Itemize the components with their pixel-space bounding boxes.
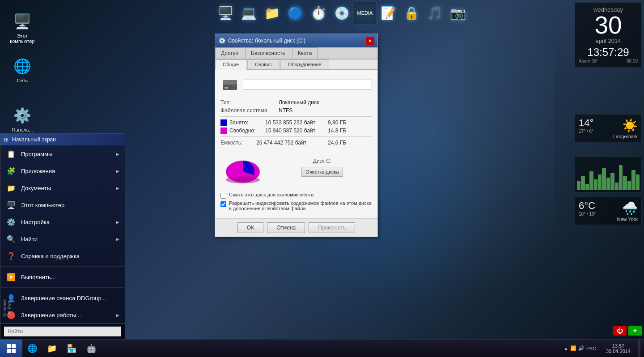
show-desktop-button[interactable] — [638, 340, 640, 357]
top-icon-6[interactable]: 📝 — [377, 2, 399, 24]
compress-row: Сжать этот диск для экономии места — [220, 192, 372, 199]
search-box — [0, 323, 125, 339]
programs-icon: 📋 — [6, 149, 17, 159]
taskbar-app-icon[interactable]: 🤖 — [81, 340, 101, 357]
weather-widget-1[interactable]: 14° 17° / 6° ☀️ Langemark — [575, 114, 642, 142]
clock-alarm: Alarm Off 00:00 — [579, 59, 638, 64]
desktop-icon-my-computer[interactable]: 🖥️ Этот компьютер — [4, 9, 40, 46]
top-icon-3[interactable]: 🔵 — [284, 2, 306, 24]
weather-main-2: 6°C 10° / 10° 🌧️ — [579, 200, 638, 217]
desktop-icon-network[interactable]: 🌐 Сеть — [4, 54, 40, 85]
menu-item-run[interactable]: ▶️ Выполнить... — [0, 268, 125, 285]
start-menu: ⊞ Начальный экран 📋 Программы ▶ 🧩 Прилож… — [0, 133, 125, 339]
menu-item-programs[interactable]: 📋 Программы ▶ — [0, 145, 125, 162]
top-icon-0[interactable]: 🖥️ — [215, 2, 236, 24]
graph-bar-6 — [598, 174, 602, 190]
menu-item-shutdown[interactable]: 🔴 Завершение работы... ▶ — [0, 306, 125, 323]
menu-item-my-computer[interactable]: 🖥️ Этот компьютер — [0, 196, 125, 213]
cancel-button[interactable]: Отмена — [267, 222, 305, 233]
tray-volume-icon[interactable]: 🔊 — [578, 345, 585, 351]
tab-access[interactable]: Доступ — [215, 47, 244, 59]
graph-bar-11 — [619, 165, 623, 190]
start-menu-header-label: Начальный экран — [12, 136, 56, 143]
index-checkbox[interactable] — [220, 201, 226, 207]
svg-rect-1 — [223, 80, 237, 85]
menu-item-help[interactable]: ❓ Справка и поддержка — [0, 247, 125, 264]
top-icon-8[interactable]: 🎵 — [424, 2, 445, 24]
clock-time: 13:57:29 — [579, 46, 638, 59]
disk-name-input[interactable] — [243, 80, 372, 89]
desktop-icon-control-panel[interactable]: ⚙️ Панель... — [4, 103, 40, 134]
compress-label: Сжать этот диск для экономии места — [229, 192, 314, 197]
clock-widget[interactable]: wednesday 30 april 2014 13:57:29 Alarm O… — [575, 2, 642, 68]
ok-button[interactable]: ОК — [237, 222, 263, 233]
taskbar-date: 30.04.2014 — [606, 348, 631, 354]
dialog-close-button[interactable]: ✕ — [366, 37, 374, 45]
dialog-content: Тип: Локальный диск Файловая система: NT… — [215, 70, 377, 218]
weather-widget-2[interactable]: 6°C 10° / 10° 🌧️ New York — [575, 197, 642, 225]
settings-icon: ⚙️ — [6, 217, 17, 227]
top-icon-9[interactable]: 📷 — [447, 2, 469, 24]
capacity-gb: 24,6 ГБ — [328, 140, 355, 146]
help-label: Справка и поддержка — [21, 253, 80, 259]
weather-main-1: 14° 17° / 6° ☀️ — [579, 117, 638, 134]
search-input[interactable] — [4, 327, 121, 336]
separator-2 — [220, 136, 372, 137]
top-icon-media[interactable]: MEDIA — [354, 2, 376, 24]
weather-icon-1: 14° 17° / 6° — [579, 117, 593, 134]
tray-arrow[interactable]: ▲ — [564, 346, 568, 351]
cleanup-disk-button[interactable]: Очистка диска — [301, 167, 343, 177]
capacity-row: Емкость: 26 474 442 752 байт 24,6 ГБ — [220, 140, 372, 146]
windows-label: Windows 8.1 Pro — [0, 291, 14, 318]
used-gb: 9,80 ГБ — [328, 119, 355, 126]
inner-tab-hardware[interactable]: Оборудование — [280, 60, 329, 69]
programs-label: Программы — [21, 151, 52, 157]
run-icon: ▶️ — [6, 272, 17, 282]
properties-dialog: 💽 Свойства: Локальный диск (C:) ✕ Доступ… — [215, 34, 378, 237]
top-icon-5[interactable]: 💿 — [331, 2, 352, 24]
menu-item-documents[interactable]: 📁 Документы ▶ — [0, 179, 125, 196]
disk-c-label: Диск С: — [313, 158, 331, 164]
free-bytes: 15 940 587 520 байт — [265, 128, 328, 134]
dialog-disk-icon: 💽 — [219, 38, 225, 44]
power-off-button[interactable]: ⏻ — [613, 326, 627, 336]
inner-tab-service[interactable]: Сервис — [247, 60, 280, 69]
separator-3 — [220, 189, 372, 189]
tab-security[interactable]: Безопасность — [245, 47, 291, 59]
tray-lang[interactable]: РУС — [586, 346, 596, 351]
menu-item-settings[interactable]: ⚙️ Настройка ▶ — [0, 213, 125, 230]
taskbar-clock[interactable]: 13:57 30.04.2014 — [602, 343, 634, 354]
index-row: Разрешить индексировать содержимое файло… — [220, 200, 372, 211]
documents-icon: 📁 — [6, 183, 17, 193]
apps-icon: 🧩 — [6, 166, 17, 176]
menu-separator-1 — [0, 266, 125, 267]
logout-label: Завершение сеанса DDGroup... — [21, 295, 106, 302]
inner-tab-general[interactable]: Общие — [215, 60, 246, 70]
used-bytes: 10 533 855 232 байт — [265, 119, 328, 126]
taskbar-store-icon[interactable]: 🏪 — [62, 340, 81, 357]
start-icon: ⊞ — [4, 136, 8, 143]
menu-item-apps[interactable]: 🧩 Приложения ▶ — [0, 162, 125, 179]
free-gb: 14,8 ГБ — [328, 128, 355, 134]
help-icon: ❓ — [6, 251, 17, 261]
dialog-title-left: 💽 Свойства: Локальный диск (C:) — [219, 38, 305, 44]
settings-arrow: ▶ — [116, 220, 119, 225]
fs-row: Файловая система: NTFS — [220, 107, 372, 114]
taskbar-ie-icon[interactable]: 🌐 — [22, 340, 42, 357]
menu-item-logout[interactable]: 👤 Завершение сеанса DDGroup... — [0, 289, 125, 306]
type-row: Тип: Локальный диск — [220, 99, 372, 106]
top-icon-2[interactable]: 📁 — [261, 2, 283, 24]
apply-button[interactable]: Применить — [309, 222, 355, 233]
top-icon-1[interactable]: 💻 — [238, 2, 259, 24]
compress-checkbox[interactable] — [220, 193, 226, 199]
refresh-button[interactable]: ✦ — [628, 326, 642, 336]
menu-item-find[interactable]: 🔍 Найти ▶ — [0, 230, 125, 247]
top-icon-7[interactable]: 🔒 — [401, 2, 422, 24]
control-panel-label: Панель... — [12, 127, 33, 132]
taskbar-explorer-icon[interactable]: 📁 — [42, 340, 62, 357]
tab-quota[interactable]: Квота — [292, 47, 318, 59]
find-label: Найти — [21, 236, 38, 242]
top-icon-4[interactable]: ⏱️ — [308, 2, 329, 24]
start-button[interactable] — [0, 340, 22, 357]
start-menu-header[interactable]: ⊞ Начальный экран — [0, 134, 125, 145]
